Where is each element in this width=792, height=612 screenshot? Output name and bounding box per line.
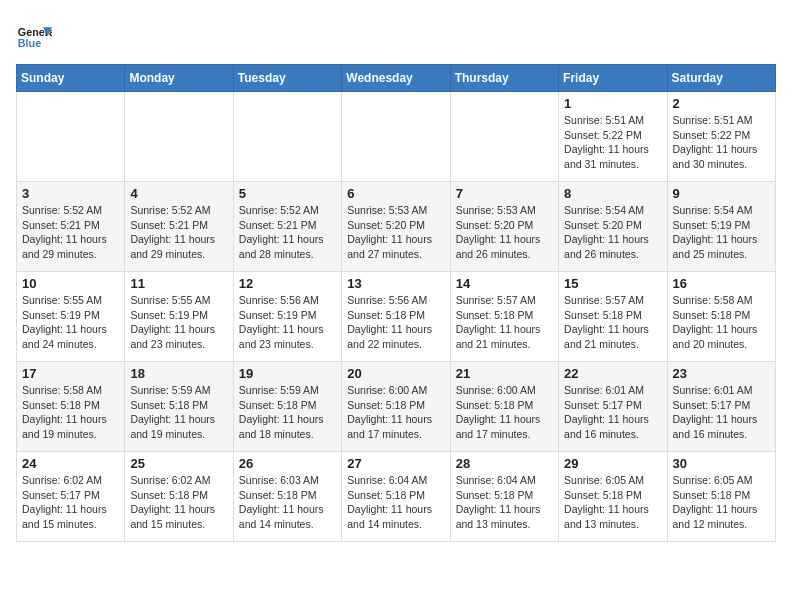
day-number: 22 [564, 366, 661, 381]
calendar-day-14: 14Sunrise: 5:57 AM Sunset: 5:18 PM Dayli… [450, 272, 558, 362]
day-number: 1 [564, 96, 661, 111]
calendar-table: SundayMondayTuesdayWednesdayThursdayFrid… [16, 64, 776, 542]
day-number: 16 [673, 276, 770, 291]
calendar-week-row: 17Sunrise: 5:58 AM Sunset: 5:18 PM Dayli… [17, 362, 776, 452]
calendar-day-22: 22Sunrise: 6:01 AM Sunset: 5:17 PM Dayli… [559, 362, 667, 452]
calendar-day-18: 18Sunrise: 5:59 AM Sunset: 5:18 PM Dayli… [125, 362, 233, 452]
day-number: 9 [673, 186, 770, 201]
calendar-day-24: 24Sunrise: 6:02 AM Sunset: 5:17 PM Dayli… [17, 452, 125, 542]
day-info: Sunrise: 5:58 AM Sunset: 5:18 PM Dayligh… [673, 293, 770, 352]
calendar-day-4: 4Sunrise: 5:52 AM Sunset: 5:21 PM Daylig… [125, 182, 233, 272]
day-info: Sunrise: 5:58 AM Sunset: 5:18 PM Dayligh… [22, 383, 119, 442]
calendar-body: 1Sunrise: 5:51 AM Sunset: 5:22 PM Daylig… [17, 92, 776, 542]
logo: General Blue [16, 20, 52, 56]
day-info: Sunrise: 5:59 AM Sunset: 5:18 PM Dayligh… [130, 383, 227, 442]
weekday-header-thursday: Thursday [450, 65, 558, 92]
day-number: 20 [347, 366, 444, 381]
weekday-header-wednesday: Wednesday [342, 65, 450, 92]
day-info: Sunrise: 6:04 AM Sunset: 5:18 PM Dayligh… [347, 473, 444, 532]
weekday-header-friday: Friday [559, 65, 667, 92]
day-number: 14 [456, 276, 553, 291]
day-number: 30 [673, 456, 770, 471]
calendar-day-30: 30Sunrise: 6:05 AM Sunset: 5:18 PM Dayli… [667, 452, 775, 542]
day-number: 24 [22, 456, 119, 471]
day-number: 18 [130, 366, 227, 381]
day-info: Sunrise: 5:56 AM Sunset: 5:19 PM Dayligh… [239, 293, 336, 352]
day-info: Sunrise: 5:53 AM Sunset: 5:20 PM Dayligh… [456, 203, 553, 262]
day-number: 4 [130, 186, 227, 201]
day-number: 6 [347, 186, 444, 201]
day-info: Sunrise: 5:57 AM Sunset: 5:18 PM Dayligh… [456, 293, 553, 352]
day-number: 15 [564, 276, 661, 291]
calendar-day-26: 26Sunrise: 6:03 AM Sunset: 5:18 PM Dayli… [233, 452, 341, 542]
day-number: 13 [347, 276, 444, 291]
calendar-day-12: 12Sunrise: 5:56 AM Sunset: 5:19 PM Dayli… [233, 272, 341, 362]
logo-icon: General Blue [16, 20, 52, 56]
calendar-day-empty [342, 92, 450, 182]
day-info: Sunrise: 6:05 AM Sunset: 5:18 PM Dayligh… [564, 473, 661, 532]
weekday-header-sunday: Sunday [17, 65, 125, 92]
calendar-day-empty [125, 92, 233, 182]
day-info: Sunrise: 5:52 AM Sunset: 5:21 PM Dayligh… [239, 203, 336, 262]
calendar-day-21: 21Sunrise: 6:00 AM Sunset: 5:18 PM Dayli… [450, 362, 558, 452]
calendar-day-7: 7Sunrise: 5:53 AM Sunset: 5:20 PM Daylig… [450, 182, 558, 272]
calendar-day-8: 8Sunrise: 5:54 AM Sunset: 5:20 PM Daylig… [559, 182, 667, 272]
calendar-day-23: 23Sunrise: 6:01 AM Sunset: 5:17 PM Dayli… [667, 362, 775, 452]
calendar-day-15: 15Sunrise: 5:57 AM Sunset: 5:18 PM Dayli… [559, 272, 667, 362]
calendar-week-row: 10Sunrise: 5:55 AM Sunset: 5:19 PM Dayli… [17, 272, 776, 362]
day-info: Sunrise: 5:59 AM Sunset: 5:18 PM Dayligh… [239, 383, 336, 442]
day-number: 19 [239, 366, 336, 381]
calendar-week-row: 1Sunrise: 5:51 AM Sunset: 5:22 PM Daylig… [17, 92, 776, 182]
calendar-day-5: 5Sunrise: 5:52 AM Sunset: 5:21 PM Daylig… [233, 182, 341, 272]
day-number: 12 [239, 276, 336, 291]
calendar-day-17: 17Sunrise: 5:58 AM Sunset: 5:18 PM Dayli… [17, 362, 125, 452]
day-info: Sunrise: 6:02 AM Sunset: 5:17 PM Dayligh… [22, 473, 119, 532]
calendar-week-row: 3Sunrise: 5:52 AM Sunset: 5:21 PM Daylig… [17, 182, 776, 272]
calendar-day-empty [233, 92, 341, 182]
day-number: 7 [456, 186, 553, 201]
weekday-header-row: SundayMondayTuesdayWednesdayThursdayFrid… [17, 65, 776, 92]
day-number: 10 [22, 276, 119, 291]
calendar-day-9: 9Sunrise: 5:54 AM Sunset: 5:19 PM Daylig… [667, 182, 775, 272]
calendar-day-empty [17, 92, 125, 182]
calendar-day-28: 28Sunrise: 6:04 AM Sunset: 5:18 PM Dayli… [450, 452, 558, 542]
svg-text:Blue: Blue [18, 37, 41, 49]
day-info: Sunrise: 6:04 AM Sunset: 5:18 PM Dayligh… [456, 473, 553, 532]
day-info: Sunrise: 6:00 AM Sunset: 5:18 PM Dayligh… [347, 383, 444, 442]
day-info: Sunrise: 5:54 AM Sunset: 5:20 PM Dayligh… [564, 203, 661, 262]
day-info: Sunrise: 5:55 AM Sunset: 5:19 PM Dayligh… [130, 293, 227, 352]
calendar-day-10: 10Sunrise: 5:55 AM Sunset: 5:19 PM Dayli… [17, 272, 125, 362]
day-info: Sunrise: 5:57 AM Sunset: 5:18 PM Dayligh… [564, 293, 661, 352]
day-number: 23 [673, 366, 770, 381]
day-info: Sunrise: 5:54 AM Sunset: 5:19 PM Dayligh… [673, 203, 770, 262]
day-info: Sunrise: 5:51 AM Sunset: 5:22 PM Dayligh… [673, 113, 770, 172]
day-info: Sunrise: 5:55 AM Sunset: 5:19 PM Dayligh… [22, 293, 119, 352]
calendar-week-row: 24Sunrise: 6:02 AM Sunset: 5:17 PM Dayli… [17, 452, 776, 542]
calendar-day-27: 27Sunrise: 6:04 AM Sunset: 5:18 PM Dayli… [342, 452, 450, 542]
weekday-header-saturday: Saturday [667, 65, 775, 92]
calendar-day-20: 20Sunrise: 6:00 AM Sunset: 5:18 PM Dayli… [342, 362, 450, 452]
calendar-day-29: 29Sunrise: 6:05 AM Sunset: 5:18 PM Dayli… [559, 452, 667, 542]
day-number: 26 [239, 456, 336, 471]
day-number: 17 [22, 366, 119, 381]
day-number: 27 [347, 456, 444, 471]
calendar-day-3: 3Sunrise: 5:52 AM Sunset: 5:21 PM Daylig… [17, 182, 125, 272]
day-number: 28 [456, 456, 553, 471]
day-number: 11 [130, 276, 227, 291]
calendar-day-empty [450, 92, 558, 182]
day-number: 5 [239, 186, 336, 201]
calendar-day-6: 6Sunrise: 5:53 AM Sunset: 5:20 PM Daylig… [342, 182, 450, 272]
day-number: 8 [564, 186, 661, 201]
calendar-day-2: 2Sunrise: 5:51 AM Sunset: 5:22 PM Daylig… [667, 92, 775, 182]
calendar-day-11: 11Sunrise: 5:55 AM Sunset: 5:19 PM Dayli… [125, 272, 233, 362]
day-info: Sunrise: 6:01 AM Sunset: 5:17 PM Dayligh… [673, 383, 770, 442]
weekday-header-tuesday: Tuesday [233, 65, 341, 92]
calendar-day-25: 25Sunrise: 6:02 AM Sunset: 5:18 PM Dayli… [125, 452, 233, 542]
calendar-day-16: 16Sunrise: 5:58 AM Sunset: 5:18 PM Dayli… [667, 272, 775, 362]
weekday-header-monday: Monday [125, 65, 233, 92]
day-number: 3 [22, 186, 119, 201]
day-number: 2 [673, 96, 770, 111]
day-number: 25 [130, 456, 227, 471]
day-info: Sunrise: 6:03 AM Sunset: 5:18 PM Dayligh… [239, 473, 336, 532]
day-info: Sunrise: 6:05 AM Sunset: 5:18 PM Dayligh… [673, 473, 770, 532]
